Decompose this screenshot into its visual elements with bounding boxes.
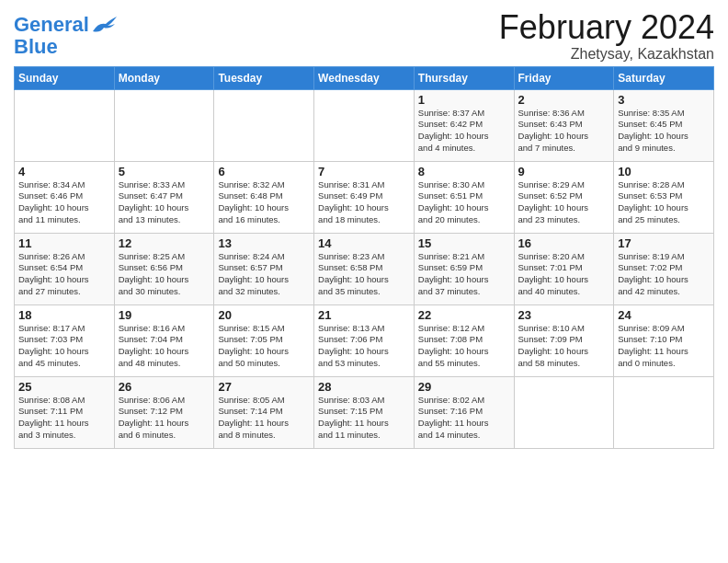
day-info: Sunrise: 8:33 AM Sunset: 6:47 PM Dayligh… — [119, 179, 210, 226]
calendar-cell — [114, 89, 214, 161]
col-wednesday: Wednesday — [314, 66, 415, 89]
calendar-cell: 4Sunrise: 8:34 AM Sunset: 6:46 PM Daylig… — [15, 161, 115, 233]
calendar-cell — [514, 376, 614, 448]
calendar-cell: 26Sunrise: 8:06 AM Sunset: 7:12 PM Dayli… — [114, 376, 214, 448]
col-sunday: Sunday — [15, 66, 115, 89]
calendar-cell: 17Sunrise: 8:19 AM Sunset: 7:02 PM Dayli… — [614, 233, 714, 304]
day-info: Sunrise: 8:02 AM Sunset: 7:16 PM Dayligh… — [418, 395, 510, 442]
day-info: Sunrise: 8:03 AM Sunset: 7:15 PM Dayligh… — [318, 395, 410, 442]
day-number: 12 — [119, 236, 210, 250]
calendar-table: Sunday Monday Tuesday Wednesday Thursday… — [14, 66, 714, 449]
calendar-cell: 15Sunrise: 8:21 AM Sunset: 6:59 PM Dayli… — [414, 233, 514, 304]
logo-text: General — [14, 14, 89, 36]
day-info: Sunrise: 8:21 AM Sunset: 6:59 PM Dayligh… — [418, 251, 510, 298]
day-number: 13 — [218, 236, 310, 250]
calendar-cell: 28Sunrise: 8:03 AM Sunset: 7:15 PM Dayli… — [314, 376, 415, 448]
col-monday: Monday — [114, 66, 214, 89]
calendar-cell: 10Sunrise: 8:28 AM Sunset: 6:53 PM Dayli… — [614, 161, 714, 233]
day-number: 27 — [218, 380, 310, 394]
calendar-cell: 13Sunrise: 8:24 AM Sunset: 6:57 PM Dayli… — [214, 233, 314, 304]
day-number: 11 — [18, 236, 110, 250]
calendar-cell: 21Sunrise: 8:13 AM Sunset: 7:06 PM Dayli… — [314, 304, 415, 376]
calendar-cell: 16Sunrise: 8:20 AM Sunset: 7:01 PM Dayli… — [514, 233, 614, 304]
day-number: 24 — [618, 308, 710, 322]
calendar-cell: 22Sunrise: 8:12 AM Sunset: 7:08 PM Dayli… — [414, 304, 514, 376]
calendar-cell: 12Sunrise: 8:25 AM Sunset: 6:56 PM Dayli… — [114, 233, 214, 304]
day-info: Sunrise: 8:06 AM Sunset: 7:12 PM Dayligh… — [119, 395, 210, 442]
calendar-cell — [214, 89, 314, 161]
day-number: 22 — [418, 308, 510, 322]
day-info: Sunrise: 8:10 AM Sunset: 7:09 PM Dayligh… — [518, 323, 610, 370]
calendar-cell: 25Sunrise: 8:08 AM Sunset: 7:11 PM Dayli… — [15, 376, 115, 448]
calendar-cell: 2Sunrise: 8:36 AM Sunset: 6:43 PM Daylig… — [514, 89, 614, 161]
day-number: 8 — [418, 165, 510, 178]
day-info: Sunrise: 8:28 AM Sunset: 6:53 PM Dayligh… — [618, 179, 710, 226]
day-number: 2 — [518, 93, 610, 107]
calendar-week-5: 25Sunrise: 8:08 AM Sunset: 7:11 PM Dayli… — [15, 376, 714, 448]
day-number: 19 — [119, 308, 210, 322]
day-info: Sunrise: 8:19 AM Sunset: 7:02 PM Dayligh… — [618, 251, 710, 298]
day-number: 5 — [119, 165, 210, 178]
calendar-week-3: 11Sunrise: 8:26 AM Sunset: 6:54 PM Dayli… — [15, 233, 714, 304]
calendar-cell: 14Sunrise: 8:23 AM Sunset: 6:58 PM Dayli… — [314, 233, 415, 304]
day-info: Sunrise: 8:36 AM Sunset: 6:43 PM Dayligh… — [518, 108, 610, 155]
calendar-cell: 23Sunrise: 8:10 AM Sunset: 7:09 PM Dayli… — [514, 304, 614, 376]
calendar-cell: 9Sunrise: 8:29 AM Sunset: 6:52 PM Daylig… — [514, 161, 614, 233]
day-info: Sunrise: 8:35 AM Sunset: 6:45 PM Dayligh… — [618, 108, 710, 155]
day-info: Sunrise: 8:20 AM Sunset: 7:01 PM Dayligh… — [518, 251, 610, 298]
day-info: Sunrise: 8:37 AM Sunset: 6:42 PM Dayligh… — [418, 108, 510, 155]
calendar-cell: 11Sunrise: 8:26 AM Sunset: 6:54 PM Dayli… — [15, 233, 115, 304]
day-number: 28 — [318, 380, 410, 394]
calendar-cell: 20Sunrise: 8:15 AM Sunset: 7:05 PM Dayli… — [214, 304, 314, 376]
day-number: 14 — [318, 236, 410, 250]
day-number: 4 — [18, 165, 110, 178]
day-info: Sunrise: 8:25 AM Sunset: 6:56 PM Dayligh… — [119, 251, 210, 298]
day-number: 15 — [418, 236, 510, 250]
calendar-header-row: Sunday Monday Tuesday Wednesday Thursday… — [15, 66, 714, 89]
day-info: Sunrise: 8:30 AM Sunset: 6:51 PM Dayligh… — [418, 179, 510, 226]
day-number: 10 — [618, 165, 710, 178]
calendar-cell: 8Sunrise: 8:30 AM Sunset: 6:51 PM Daylig… — [414, 161, 514, 233]
calendar-cell: 7Sunrise: 8:31 AM Sunset: 6:49 PM Daylig… — [314, 161, 415, 233]
day-number: 9 — [518, 165, 610, 178]
day-info: Sunrise: 8:24 AM Sunset: 6:57 PM Dayligh… — [218, 251, 310, 298]
day-number: 20 — [218, 308, 310, 322]
day-number: 16 — [518, 236, 610, 250]
day-number: 3 — [618, 93, 710, 107]
calendar-week-4: 18Sunrise: 8:17 AM Sunset: 7:03 PM Dayli… — [15, 304, 714, 376]
day-number: 23 — [518, 308, 610, 322]
day-info: Sunrise: 8:16 AM Sunset: 7:04 PM Dayligh… — [119, 323, 210, 370]
day-info: Sunrise: 8:09 AM Sunset: 7:10 PM Dayligh… — [618, 323, 710, 370]
col-friday: Friday — [514, 66, 614, 89]
calendar-cell: 29Sunrise: 8:02 AM Sunset: 7:16 PM Dayli… — [414, 376, 514, 448]
day-number: 7 — [318, 165, 410, 178]
day-number: 18 — [18, 308, 110, 322]
calendar-cell — [15, 89, 115, 161]
day-info: Sunrise: 8:32 AM Sunset: 6:48 PM Dayligh… — [218, 179, 310, 226]
calendar-cell: 27Sunrise: 8:05 AM Sunset: 7:14 PM Dayli… — [214, 376, 314, 448]
calendar-cell: 6Sunrise: 8:32 AM Sunset: 6:48 PM Daylig… — [214, 161, 314, 233]
logo: General Blue — [14, 14, 117, 58]
title-block: February 2024 Zhetysay, Kazakhstan — [499, 9, 714, 63]
day-info: Sunrise: 8:15 AM Sunset: 7:05 PM Dayligh… — [218, 323, 310, 370]
day-info: Sunrise: 8:05 AM Sunset: 7:14 PM Dayligh… — [218, 395, 310, 442]
page-title: February 2024 — [499, 9, 714, 46]
day-info: Sunrise: 8:08 AM Sunset: 7:11 PM Dayligh… — [18, 395, 110, 442]
day-number: 17 — [618, 236, 710, 250]
day-info: Sunrise: 8:31 AM Sunset: 6:49 PM Dayligh… — [318, 179, 410, 226]
day-number: 26 — [119, 380, 210, 394]
day-number: 1 — [418, 93, 510, 107]
main-container: General Blue February 2024 Zhetysay, Kaz… — [0, 0, 728, 454]
day-info: Sunrise: 8:34 AM Sunset: 6:46 PM Dayligh… — [18, 179, 110, 226]
header-row: General Blue February 2024 Zhetysay, Kaz… — [14, 9, 714, 63]
day-number: 21 — [318, 308, 410, 322]
calendar-cell: 19Sunrise: 8:16 AM Sunset: 7:04 PM Dayli… — [114, 304, 214, 376]
calendar-cell: 3Sunrise: 8:35 AM Sunset: 6:45 PM Daylig… — [614, 89, 714, 161]
calendar-cell: 18Sunrise: 8:17 AM Sunset: 7:03 PM Dayli… — [15, 304, 115, 376]
day-info: Sunrise: 8:29 AM Sunset: 6:52 PM Dayligh… — [518, 179, 610, 226]
day-info: Sunrise: 8:26 AM Sunset: 6:54 PM Dayligh… — [18, 251, 110, 298]
calendar-cell — [614, 376, 714, 448]
calendar-cell — [314, 89, 415, 161]
logo-general: General — [14, 13, 89, 36]
day-info: Sunrise: 8:17 AM Sunset: 7:03 PM Dayligh… — [18, 323, 110, 370]
